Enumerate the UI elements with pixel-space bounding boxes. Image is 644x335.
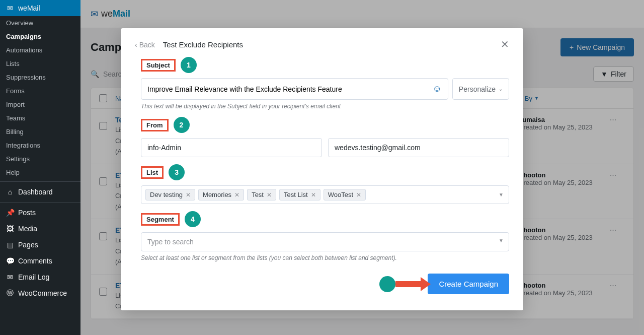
woo-icon: ⓦ: [6, 289, 14, 297]
list-tag: Test✕: [247, 189, 276, 200]
sidebar-sub-teams[interactable]: Teams: [0, 111, 80, 125]
subject-input[interactable]: Improve Email Relevance with the Exclude…: [141, 78, 448, 100]
remove-tag-icon[interactable]: ✕: [267, 191, 272, 198]
back-link[interactable]: ‹ Back: [135, 41, 155, 49]
sidebar-sub-settings[interactable]: Settings: [0, 152, 80, 166]
sidebar-item-posts[interactable]: 📌 Posts: [0, 205, 80, 221]
sidebar-item-label: weMail: [18, 4, 40, 12]
annotation-badge-5: [379, 276, 395, 292]
remove-tag-icon[interactable]: ✕: [234, 191, 239, 198]
label-from: From: [141, 119, 169, 131]
sidebar-sub-lists[interactable]: Lists: [0, 57, 80, 71]
modal-title: Test Exclude Recipients: [163, 40, 243, 49]
media-icon: 🖾: [6, 225, 14, 233]
chevron-down-icon: ▼: [499, 192, 504, 197]
sidebar-item-media[interactable]: 🖾 Media: [0, 221, 80, 237]
sidebar-sub-integrations[interactable]: Integrations: [0, 139, 80, 152]
list-tag: Dev testing✕: [145, 189, 195, 200]
sidebar-sub-campaigns[interactable]: Campaigns: [0, 30, 80, 43]
sidebar-sub-suppressions[interactable]: Suppressions: [0, 71, 80, 84]
sidebar-item-woocommerce[interactable]: ⓦ WooCommerce: [0, 285, 80, 301]
remove-tag-icon[interactable]: ✕: [311, 191, 316, 198]
sidebar-sub-help[interactable]: Help: [0, 166, 80, 179]
create-campaign-modal: ‹ Back Test Exclude Recipients ✕ Subject…: [121, 28, 523, 310]
annotation-badge-1: 1: [181, 57, 197, 73]
annotation-badge-3: 3: [169, 164, 185, 180]
sidebar-item-label: Posts: [18, 209, 36, 217]
chevron-down-icon: ▼: [499, 238, 504, 243]
chevron-left-icon: ‹: [135, 41, 137, 49]
envelope-icon: ✉: [6, 273, 14, 281]
from-email-input[interactable]: [328, 138, 509, 157]
sidebar-item-label: Email Log: [18, 273, 49, 281]
annotation-badge-4: 4: [185, 211, 201, 227]
mail-icon: ✉: [6, 4, 14, 12]
sidebar-item-wemail[interactable]: ✉ weMail: [0, 0, 80, 16]
emoji-icon[interactable]: ☺: [432, 84, 441, 94]
sidebar-sub-forms[interactable]: Forms: [0, 84, 80, 98]
from-name-input[interactable]: [141, 138, 322, 157]
sidebar-item-dashboard[interactable]: ⌂ Dashboard: [0, 184, 80, 200]
annotation-arrow: [379, 276, 431, 292]
dashboard-icon: ⌂: [6, 188, 14, 196]
segment-help: Select at least one list or segment from…: [141, 254, 509, 261]
sidebar-item-comments[interactable]: 💬 Comments: [0, 253, 80, 269]
sidebar-sub-billing[interactable]: Billing: [0, 125, 80, 139]
remove-tag-icon[interactable]: ✕: [356, 191, 361, 198]
sidebar-sub-overview[interactable]: Overview: [0, 16, 80, 30]
list-tag: WooTest✕: [324, 189, 366, 200]
segment-select[interactable]: Type to search ▼: [141, 232, 509, 251]
list-select[interactable]: Dev testing✕ Memories✕ Test✕ Test List✕ …: [141, 185, 509, 204]
list-tag: Test List✕: [279, 189, 320, 200]
pin-icon: 📌: [6, 209, 14, 217]
create-campaign-button[interactable]: Create Campaign: [428, 274, 509, 294]
sidebar-item-label: Dashboard: [18, 188, 53, 196]
subject-help: This text will be displayed in the Subje…: [141, 103, 509, 110]
sidebar-sub-automations[interactable]: Automations: [0, 43, 80, 57]
sidebar-item-label: Pages: [18, 241, 38, 249]
list-tag: Memories✕: [198, 189, 244, 200]
sidebar-sub-import[interactable]: Import: [0, 98, 80, 111]
page-icon: ▤: [6, 241, 14, 249]
label-subject: Subject: [141, 59, 176, 72]
label-list: List: [141, 166, 164, 179]
sidebar-item-emaillog[interactable]: ✉ Email Log: [0, 269, 80, 285]
annotation-badge-2: 2: [174, 117, 190, 133]
sidebar-item-label: WooCommerce: [18, 289, 67, 297]
label-segment: Segment: [141, 213, 180, 226]
chevron-down-icon: ⌄: [499, 86, 503, 92]
close-button[interactable]: ✕: [501, 38, 509, 50]
comment-icon: 💬: [6, 257, 14, 265]
sidebar-item-label: Media: [18, 225, 37, 233]
remove-tag-icon[interactable]: ✕: [186, 191, 191, 198]
wp-admin-sidebar: ✉ weMail Overview Campaigns Automations …: [0, 0, 80, 335]
personalize-button[interactable]: Personalize ⌄: [452, 78, 509, 100]
sidebar-item-label: Comments: [18, 257, 52, 265]
sidebar-item-pages[interactable]: ▤ Pages: [0, 237, 80, 253]
